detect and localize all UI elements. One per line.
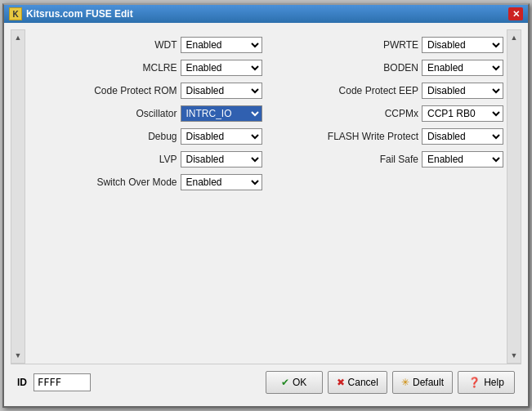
x-icon: ✖	[337, 377, 345, 388]
wdt-row: WDT Enabled Disabled	[29, 36, 262, 54]
help-button[interactable]: ❓ Help	[458, 371, 515, 394]
boden-row: BODEN Enabled Disabled	[270, 59, 504, 77]
pwrte-select[interactable]: Disabled Enabled	[422, 37, 503, 53]
main-content: WDT Enabled Disabled MCLRE Enabled Disab…	[25, 29, 507, 364]
window-body: ▲ ▼ WDT Enabled Disabled MCLRE	[4, 23, 528, 406]
left-scrollbar: ▲ ▼	[11, 29, 25, 364]
lvp-label: LVP	[159, 154, 177, 165]
ccpmx-select[interactable]: CCP1 RB0 Disabled	[422, 105, 503, 122]
oscillator-label: Oscillator	[136, 108, 177, 119]
footer: ID ✔ OK ✖ Cancel ✳ Default ❓ Help	[11, 364, 521, 400]
title-bar: K Kitsrus.com FUSE Edit ✕	[4, 5, 528, 23]
flash-write-protect-label: FLASH Write Protect	[328, 131, 418, 142]
pwrte-label: PWRTE	[383, 39, 418, 51]
content-area: ▲ ▼ WDT Enabled Disabled MCLRE	[11, 29, 521, 364]
oscillator-row: Oscillator INTRC_IO Enabled Disabled	[29, 105, 262, 123]
wdt-label: WDT	[154, 39, 177, 51]
footer-buttons: ✔ OK ✖ Cancel ✳ Default ❓ Help	[266, 371, 515, 394]
flash-write-protect-row: FLASH Write Protect Enabled Disabled	[270, 127, 504, 145]
code-protect-eep-row: Code Protect EEP Enabled Disabled	[270, 82, 504, 100]
switch-over-mode-label: Switch Over Mode	[96, 176, 177, 188]
ccpmx-label: CCPMx	[385, 108, 418, 119]
default-button[interactable]: ✳ Default	[392, 371, 453, 394]
right-panel: PWRTE Disabled Enabled BODEN Enabled Dis…	[270, 36, 504, 357]
boden-select[interactable]: Enabled Disabled	[422, 60, 503, 76]
close-button[interactable]: ✕	[508, 7, 523, 20]
left-panel: WDT Enabled Disabled MCLRE Enabled Disab…	[29, 36, 262, 357]
pwrte-row: PWRTE Disabled Enabled	[270, 36, 504, 54]
wdt-select[interactable]: Enabled Disabled	[181, 37, 262, 53]
oscillator-select[interactable]: INTRC_IO Enabled Disabled	[181, 105, 262, 122]
right-scrollbar: ▲ ▼	[507, 29, 521, 364]
switch-over-mode-row: Switch Over Mode Enabled Disabled	[29, 173, 262, 191]
ccpmx-row: CCPMx CCP1 RB0 Disabled	[270, 105, 504, 123]
code-protect-rom-select[interactable]: Enabled Disabled	[181, 83, 262, 99]
ok-button[interactable]: ✔ OK	[266, 371, 323, 394]
mclre-row: MCLRE Enabled Disabled	[29, 59, 262, 77]
boden-label: BODEN	[383, 62, 418, 74]
window-title: Kitsrus.com FUSE Edit	[26, 8, 133, 20]
left-scroll-down[interactable]: ▼	[13, 350, 24, 361]
fail-safe-row: Fail Safe Enabled Disabled	[270, 150, 504, 168]
right-scroll-up[interactable]: ▲	[509, 32, 520, 43]
mclre-label: MCLRE	[142, 62, 177, 74]
mclre-select[interactable]: Enabled Disabled	[181, 60, 262, 76]
id-input[interactable]	[34, 373, 91, 391]
lvp-select[interactable]: Enabled Disabled	[181, 151, 262, 168]
id-label: ID	[17, 377, 27, 388]
cancel-button[interactable]: ✖ Cancel	[328, 371, 387, 394]
question-icon: ❓	[468, 377, 481, 388]
debug-select[interactable]: Enabled Disabled	[181, 128, 262, 145]
right-scroll-down[interactable]: ▼	[509, 350, 520, 361]
window-icon: K	[9, 7, 22, 20]
debug-row: Debug Enabled Disabled	[29, 127, 262, 145]
lvp-row: LVP Enabled Disabled	[29, 150, 262, 168]
flash-write-protect-select[interactable]: Enabled Disabled	[422, 128, 503, 145]
sun-icon: ✳	[401, 377, 409, 388]
left-scroll-up[interactable]: ▲	[13, 32, 24, 43]
code-protect-rom-row: Code Protect ROM Enabled Disabled	[29, 82, 262, 100]
switch-over-mode-select[interactable]: Enabled Disabled	[181, 174, 262, 190]
main-window: K Kitsrus.com FUSE Edit ✕ ▲ ▼ WDT Enable	[2, 3, 530, 408]
code-protect-eep-label: Code Protect EEP	[339, 85, 418, 96]
title-bar-left: K Kitsrus.com FUSE Edit	[9, 7, 133, 20]
check-icon: ✔	[281, 377, 289, 388]
fail-safe-label: Fail Safe	[380, 154, 418, 165]
code-protect-eep-select[interactable]: Enabled Disabled	[422, 83, 503, 99]
code-protect-rom-label: Code Protect ROM	[94, 85, 177, 96]
debug-label: Debug	[148, 131, 177, 142]
fail-safe-select[interactable]: Enabled Disabled	[422, 151, 503, 168]
